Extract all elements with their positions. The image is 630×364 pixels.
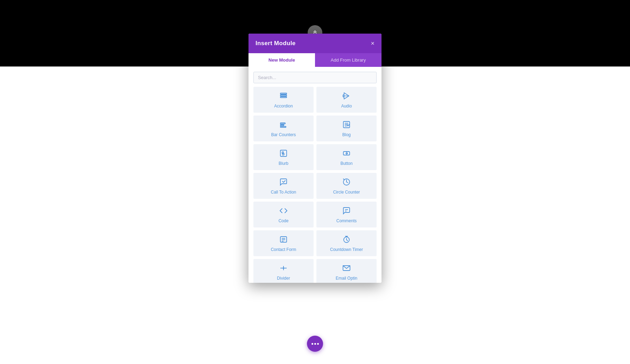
audio-icon [342,92,351,101]
search-input[interactable] [253,72,377,83]
call-to-action-label: Call To Action [271,190,296,195]
svg-rect-2 [280,97,287,98]
svg-rect-7 [280,125,284,126]
contact-form-label: Contact Form [271,247,296,252]
code-icon [279,206,288,216]
dots-icon [312,343,319,345]
module-item-button[interactable]: Button [316,144,377,170]
bar-counters-icon [279,120,288,130]
countdown-timer-label: Countdown Timer [330,247,363,252]
modal-tabs: New Module Add From Library [248,53,382,67]
divider-icon [279,264,288,273]
dot-2 [314,343,316,345]
svg-point-31 [283,267,284,269]
module-item-email-optin[interactable]: Email Optin [316,259,377,283]
email-optin-label: Email Optin [336,276,357,281]
modal-title: Insert Module [255,40,295,47]
call-to-action-icon [279,178,288,187]
module-item-divider[interactable]: Divider [253,259,314,283]
bar-counters-label: Bar Counters [271,132,296,137]
dot-1 [312,343,313,345]
email-optin-icon [342,264,351,273]
search-container [248,67,382,87]
button-icon [342,149,351,159]
module-item-contact-form[interactable]: Contact Form [253,230,314,256]
divider-label: Divider [277,276,290,281]
circle-counter-label: Circle Counter [333,190,360,195]
dot-3 [317,343,319,345]
modal-header: Insert Module × [248,34,382,53]
comments-icon [342,206,351,216]
comments-label: Comments [336,218,357,223]
module-item-audio[interactable]: Audio [316,87,377,113]
module-item-bar-counters[interactable]: Bar Counters [253,115,314,141]
button-label: Button [341,161,353,166]
module-item-accordion[interactable]: Accordion [253,87,314,113]
blog-label: Blog [342,132,351,137]
module-item-comments[interactable]: Comments [316,202,377,227]
module-item-code[interactable]: Code [253,202,314,227]
insert-module-modal: Insert Module × New Module Add From Libr… [248,34,382,283]
bottom-fab-button[interactable] [307,336,323,352]
contact-form-icon [279,235,288,245]
module-item-call-to-action[interactable]: Call To Action [253,173,314,199]
svg-line-19 [343,179,344,180]
blurb-icon [279,149,288,159]
module-item-blurb[interactable]: Blurb [253,144,314,170]
module-item-blog[interactable]: Blog [316,115,377,141]
blog-icon [342,120,351,130]
svg-rect-4 [343,95,344,97]
audio-label: Audio [341,104,352,108]
svg-rect-6 [280,123,285,124]
tab-add-from-library[interactable]: Add From Library [315,53,382,67]
svg-rect-1 [280,95,287,96]
svg-rect-0 [280,93,287,94]
countdown-timer-icon [342,235,351,245]
accordion-icon [279,92,288,101]
svg-rect-8 [280,126,286,127]
tab-new-module[interactable]: New Module [248,53,315,67]
module-item-countdown-timer[interactable]: Countdown Timer [316,230,377,256]
modal-close-button[interactable]: × [371,40,374,47]
code-label: Code [279,218,289,223]
accordion-label: Accordion [274,104,293,108]
module-grid: Accordion Audio Bar Counters [248,87,382,283]
module-item-circle-counter[interactable]: Circle Counter [316,173,377,199]
blurb-label: Blurb [279,161,288,166]
circle-counter-icon [342,178,351,187]
